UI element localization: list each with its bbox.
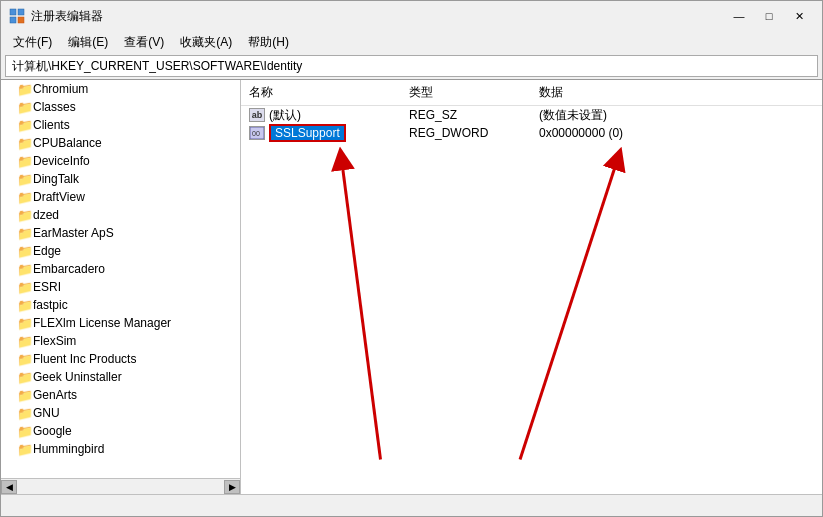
- tree-item-fastpic[interactable]: 📁 fastpic: [1, 296, 240, 314]
- tree-item-label: CPUBalance: [33, 136, 102, 150]
- col-header-data: 数据: [531, 82, 822, 103]
- reg-data-default: (数值未设置): [531, 106, 822, 125]
- tree-item-earmaster[interactable]: 📁 EarMaster ApS: [1, 224, 240, 242]
- svg-rect-1: [18, 9, 24, 15]
- address-path: 计算机\HKEY_CURRENT_USER\SOFTWARE\Identity: [12, 58, 302, 75]
- tree-item-label: Google: [33, 424, 72, 438]
- tree-item-label: Clients: [33, 118, 70, 132]
- tree-item-label: dzed: [33, 208, 59, 222]
- menu-file[interactable]: 文件(F): [5, 32, 60, 53]
- menu-view[interactable]: 查看(V): [116, 32, 172, 53]
- folder-icon: 📁: [17, 154, 33, 169]
- tree-item-label: GNU: [33, 406, 60, 420]
- tree-item-embarcadero[interactable]: 📁 Embarcadero: [1, 260, 240, 278]
- folder-icon: 📁: [17, 82, 33, 97]
- reg-name-sslsupport: 00 SSLSupport: [241, 123, 401, 143]
- col-header-name: 名称: [241, 82, 401, 103]
- folder-icon: 📁: [17, 424, 33, 439]
- tree-item-label: FlexSim: [33, 334, 76, 348]
- folder-icon: 📁: [17, 334, 33, 349]
- tree-item-fluent[interactable]: 📁 Fluent Inc Products: [1, 350, 240, 368]
- right-panel: 名称 类型 数据 ab (默认) REG_SZ (数值未设置): [241, 80, 822, 494]
- tree-item-deviceinfo[interactable]: 📁 DeviceInfo: [1, 152, 240, 170]
- left-panel: 📁 Chromium 📁 Classes 📁 Clients 📁 CPUBala…: [1, 80, 241, 494]
- tree-item-label: Edge: [33, 244, 61, 258]
- ab-icon: ab: [249, 108, 265, 122]
- svg-rect-3: [18, 17, 24, 23]
- main-window: 注册表编辑器 — □ ✕ 文件(F) 编辑(E) 查看(V) 收藏夹(A) 帮助…: [0, 0, 823, 517]
- folder-icon: 📁: [17, 226, 33, 241]
- tree-item-label: Geek Uninstaller: [33, 370, 122, 384]
- hscroll-right-btn[interactable]: ▶: [224, 480, 240, 494]
- tree-item-hummingbird[interactable]: 📁 Hummingbird: [1, 440, 240, 458]
- tree-list[interactable]: 📁 Chromium 📁 Classes 📁 Clients 📁 CPUBala…: [1, 80, 240, 478]
- reg-data-sslsupport: 0x00000000 (0): [531, 125, 822, 141]
- menu-edit[interactable]: 编辑(E): [60, 32, 116, 53]
- tree-item-label: Classes: [33, 100, 76, 114]
- tree-item-label: Embarcadero: [33, 262, 105, 276]
- column-headers: 名称 类型 数据: [241, 80, 822, 106]
- hscroll-left-btn[interactable]: ◀: [1, 480, 17, 494]
- main-content: 📁 Chromium 📁 Classes 📁 Clients 📁 CPUBala…: [1, 79, 822, 494]
- folder-icon: 📁: [17, 316, 33, 331]
- address-bar[interactable]: 计算机\HKEY_CURRENT_USER\SOFTWARE\Identity: [5, 55, 818, 77]
- tree-item-draftview[interactable]: 📁 DraftView: [1, 188, 240, 206]
- tree-item-chromium[interactable]: 📁 Chromium: [1, 80, 240, 98]
- dword-icon: 00: [249, 126, 265, 140]
- menu-help[interactable]: 帮助(H): [240, 32, 297, 53]
- registry-content: ab (默认) REG_SZ (数值未设置) 00: [241, 106, 822, 494]
- tree-item-esri[interactable]: 📁 ESRI: [1, 278, 240, 296]
- folder-icon: 📁: [17, 190, 33, 205]
- tree-item-label: DingTalk: [33, 172, 79, 186]
- reg-type-sslsupport: REG_DWORD: [401, 125, 531, 141]
- folder-icon: 📁: [17, 388, 33, 403]
- tree-item-label: Fluent Inc Products: [33, 352, 136, 366]
- tree-item-genarts[interactable]: 📁 GenArts: [1, 386, 240, 404]
- tree-item-classes[interactable]: 📁 Classes: [1, 98, 240, 116]
- folder-icon: 📁: [17, 244, 33, 259]
- title-bar-controls: — □ ✕: [724, 6, 814, 26]
- tree-item-clients[interactable]: 📁 Clients: [1, 116, 240, 134]
- tree-item-label: FLEXlm License Manager: [33, 316, 171, 330]
- tree-item-flexlm[interactable]: 📁 FLEXlm License Manager: [1, 314, 240, 332]
- reg-type-default: REG_SZ: [401, 107, 531, 123]
- folder-icon: 📁: [17, 100, 33, 115]
- tree-item-gnu[interactable]: 📁 GNU: [1, 404, 240, 422]
- registry-row-default[interactable]: ab (默认) REG_SZ (数值未设置): [241, 106, 822, 124]
- folder-icon: 📁: [17, 442, 33, 457]
- folder-icon: 📁: [17, 352, 33, 367]
- folder-icon: 📁: [17, 172, 33, 187]
- close-button[interactable]: ✕: [784, 6, 814, 26]
- tree-item-edge[interactable]: 📁 Edge: [1, 242, 240, 260]
- menu-favorites[interactable]: 收藏夹(A): [172, 32, 240, 53]
- folder-icon: 📁: [17, 406, 33, 421]
- tree-item-label: EarMaster ApS: [33, 226, 114, 240]
- left-hscroll-area: ◀ ▶: [1, 478, 240, 494]
- svg-text:00: 00: [252, 130, 260, 137]
- hscroll-track: [17, 480, 224, 494]
- minimize-button[interactable]: —: [724, 6, 754, 26]
- registry-row-sslsupport[interactable]: 00 SSLSupport REG_DWORD 0x00000000 (0): [241, 124, 822, 142]
- tree-item-label: Chromium: [33, 82, 88, 96]
- tree-item-dingtalk[interactable]: 📁 DingTalk: [1, 170, 240, 188]
- title-bar-left: 注册表编辑器: [9, 8, 103, 25]
- tree-item-geek[interactable]: 📁 Geek Uninstaller: [1, 368, 240, 386]
- folder-icon: 📁: [17, 298, 33, 313]
- tree-item-label: DraftView: [33, 190, 85, 204]
- tree-item-flexsim[interactable]: 📁 FlexSim: [1, 332, 240, 350]
- tree-item-label: ESRI: [33, 280, 61, 294]
- tree-item-dzed[interactable]: 📁 dzed: [1, 206, 240, 224]
- status-bar: [1, 494, 822, 516]
- folder-icon: 📁: [17, 262, 33, 277]
- svg-rect-2: [10, 17, 16, 23]
- title-bar: 注册表编辑器 — □ ✕: [1, 1, 822, 31]
- folder-icon: 📁: [17, 280, 33, 295]
- tree-item-label: GenArts: [33, 388, 77, 402]
- tree-item-cpubalance[interactable]: 📁 CPUBalance: [1, 134, 240, 152]
- col-header-type: 类型: [401, 82, 531, 103]
- app-icon: [9, 8, 25, 24]
- tree-item-google[interactable]: 📁 Google: [1, 422, 240, 440]
- reg-name-default: ab (默认): [241, 106, 401, 125]
- maximize-button[interactable]: □: [754, 6, 784, 26]
- tree-item-label: DeviceInfo: [33, 154, 90, 168]
